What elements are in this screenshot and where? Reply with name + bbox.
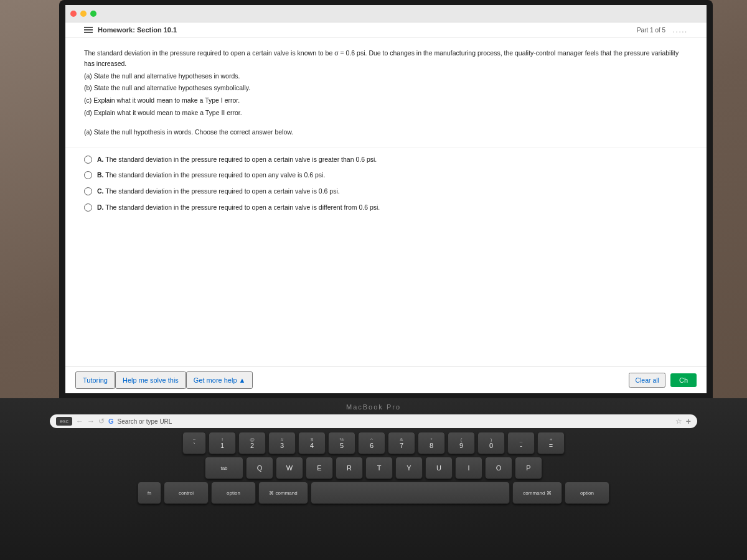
key-p[interactable]: P (515, 457, 542, 479)
radio-c[interactable] (84, 187, 92, 195)
option-b: B. The standard deviation in the pressur… (84, 170, 688, 180)
hw-header-left: Homework: Section 10.1 (84, 26, 177, 34)
keyboard-area: MacBook Pro esc ← → ↺ G Search or type U… (0, 398, 747, 560)
radio-d[interactable] (84, 203, 92, 212)
problem-part-d: (d) Explain what it would mean to make a… (84, 108, 688, 118)
macbook-label: MacBook Pro (0, 398, 747, 414)
key-equals[interactable]: + = (537, 432, 565, 454)
add-tab-icon[interactable]: + (686, 416, 691, 426)
key-option-right[interactable]: option (565, 482, 609, 504)
problem-part-b: (b) State the null and alternative hypot… (84, 83, 688, 93)
radio-b[interactable] (84, 171, 92, 179)
key-u[interactable]: U (425, 457, 453, 479)
problem-area: The standard deviation in the pressure r… (65, 38, 707, 147)
hw-header: Homework: Section 10.1 Part 1 of 5 ..... (65, 22, 707, 38)
hw-title: Homework: Section 10.1 (98, 26, 177, 34)
key-2[interactable]: @ 2 (238, 432, 266, 454)
key-y[interactable]: Y (395, 457, 423, 479)
key-command-left[interactable]: ⌘ command (258, 482, 308, 504)
key-9[interactable]: ( 9 (448, 432, 475, 454)
key-w[interactable]: W (276, 457, 303, 479)
forward-button[interactable]: → (87, 417, 95, 426)
option-b-label: B. The standard deviation in the pressur… (97, 170, 325, 180)
bottom-row: fn control option ⌘ command command ⌘ op… (0, 482, 747, 504)
option-d: D. The standard deviation in the pressur… (84, 203, 688, 213)
radio-a[interactable] (84, 156, 92, 164)
google-icon: G (108, 418, 114, 425)
key-o[interactable]: O (485, 457, 512, 479)
bottom-toolbar: Tutoring Help me solve this Get more hel… (65, 366, 707, 393)
key-0[interactable]: ) 0 (477, 432, 505, 454)
key-tilde[interactable]: ~ ` (182, 432, 206, 454)
browser-minimize-dot[interactable] (80, 11, 87, 17)
key-tab[interactable]: tab (205, 457, 243, 479)
tutoring-button[interactable]: Tutoring (75, 371, 115, 389)
clear-all-button[interactable]: Clear all (629, 373, 665, 388)
key-command-right[interactable]: command ⌘ (512, 482, 562, 504)
chevron-icon: ▲ (239, 376, 246, 384)
browser-topbar (65, 5, 707, 22)
key-3[interactable]: # 3 (268, 432, 296, 454)
key-spacebar[interactable] (311, 482, 510, 504)
key-fn[interactable]: fn (138, 482, 161, 504)
toolbar-right: Clear all Ch (629, 373, 697, 388)
key-7[interactable]: & 7 (388, 432, 415, 454)
problem-question: (a) State the null hypothesis in words. … (84, 127, 688, 138)
key-t[interactable]: T (365, 457, 393, 479)
key-r[interactable]: R (336, 457, 363, 479)
screen-bezel: Homework: Section 10.1 Part 1 of 5 .....… (59, 0, 713, 398)
key-i[interactable]: I (455, 457, 482, 479)
refresh-button[interactable]: ↺ (98, 417, 105, 426)
back-button[interactable]: ← (76, 417, 83, 426)
search-bar-row: esc ← → ↺ G Search or type URL ☆ + (50, 414, 697, 428)
key-4[interactable]: $ 4 (298, 432, 326, 454)
browser-close-dot[interactable] (70, 11, 77, 17)
key-e[interactable]: E (306, 457, 333, 479)
hw-header-right: Part 1 of 5 ..... (637, 27, 688, 34)
scrollable-content: The standard deviation in the pressure r… (65, 38, 707, 381)
key-6[interactable]: ^ 6 (358, 432, 385, 454)
search-bar-text[interactable]: Search or type URL (118, 418, 672, 425)
key-1[interactable]: ! 1 (209, 432, 236, 454)
option-d-label: D. The standard deviation in the pressur… (97, 203, 380, 213)
option-a-label: A. The standard deviation in the pressur… (97, 155, 377, 165)
key-ctrl[interactable]: control (164, 482, 209, 504)
key-8[interactable]: * 8 (418, 432, 445, 454)
part-label: Part 1 of 5 (637, 27, 665, 34)
help-solve-button[interactable]: Help me solve this (115, 371, 186, 389)
esc-key-label[interactable]: esc (56, 417, 72, 426)
menu-icon[interactable] (84, 27, 93, 33)
key-5[interactable]: % 5 (328, 432, 355, 454)
problem-part-a: (a) State the null and alternative hypot… (84, 71, 688, 82)
problem-intro: The standard deviation in the pressure r… (84, 48, 688, 69)
options-area: A. The standard deviation in the pressur… (65, 147, 707, 226)
laptop-outer: Homework: Section 10.1 Part 1 of 5 .....… (0, 0, 747, 560)
option-a: A. The standard deviation in the pressur… (84, 155, 688, 165)
screen-content: Homework: Section 10.1 Part 1 of 5 .....… (65, 5, 707, 393)
number-row: ~ ` ! 1 @ 2 # 3 $ 4 % 5 (0, 432, 747, 454)
get-more-help-button[interactable]: Get more help ▲ (186, 371, 253, 389)
option-c: C. The standard deviation in the pressur… (84, 187, 688, 197)
check-button[interactable]: Ch (670, 373, 697, 387)
problem-part-c: (c) Explain what it would mean to make a… (84, 95, 688, 106)
key-option[interactable]: option (211, 482, 256, 504)
dots-menu[interactable]: ..... (673, 27, 688, 34)
browser-maximize-dot[interactable] (90, 11, 96, 17)
key-q[interactable]: Q (246, 457, 273, 479)
bookmark-icon[interactable]: ☆ (675, 417, 682, 426)
option-c-label: C. The standard deviation in the pressur… (97, 187, 340, 197)
key-minus[interactable]: _ - (507, 432, 535, 454)
qwerty-row: tab Q W E R T Y U I O P (0, 457, 747, 479)
page-content: Homework: Section 10.1 Part 1 of 5 .....… (65, 22, 707, 393)
